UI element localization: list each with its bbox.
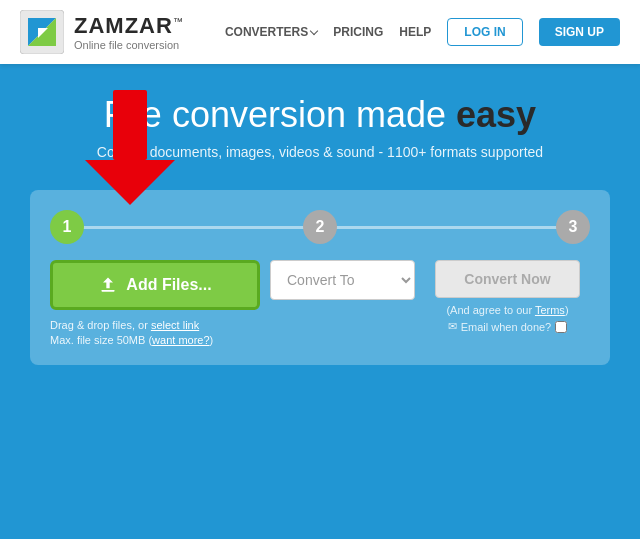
content-row: Add Files... Drag & drop files, or selec… [50,260,590,349]
converters-chevron-icon [310,27,318,35]
svg-rect-4 [113,90,147,160]
svg-rect-6 [102,290,115,292]
step-2-circle: 2 [303,210,337,244]
converter-box: 1 2 3 Add Files... [30,190,610,365]
agree-text: (And agree to our Terms) [446,304,568,316]
red-arrow-svg [85,90,175,205]
convert-now-button[interactable]: Convert Now [435,260,580,298]
email-when-done-label: Email when done? [461,321,552,333]
svg-marker-5 [85,160,175,205]
email-row: ✉ Email when done? [448,320,568,333]
upload-icon [98,275,118,295]
want-more-link[interactable]: want more? [152,334,209,346]
email-checkbox[interactable] [555,321,567,333]
step-3-circle: 3 [556,210,590,244]
add-files-button[interactable]: Add Files... [50,260,260,310]
step3-area: Convert Now (And agree to our Terms) ✉ E… [425,260,590,333]
select-link[interactable]: select link [151,319,199,331]
nav-pricing[interactable]: PRICING [333,25,383,39]
step-1-circle: 1 [50,210,84,244]
terms-link[interactable]: Terms [535,304,565,316]
zamzar-logo-icon [20,10,64,54]
navbar-left: ZAMZAR™ Online file conversion [20,10,184,54]
navbar-right: CONVERTERS PRICING HELP LOG IN SIGN UP [225,18,620,46]
logo-brand: ZAMZAR™ [74,13,184,39]
signup-button[interactable]: SIGN UP [539,18,620,46]
step1-area: Add Files... Drag & drop files, or selec… [50,260,260,349]
logo-text: ZAMZAR™ Online file conversion [74,13,184,51]
navbar: ZAMZAR™ Online file conversion CONVERTER… [0,0,640,64]
red-arrow [85,90,175,209]
converter-section: 1 2 3 Add Files... [30,190,610,365]
nav-help[interactable]: HELP [399,25,431,39]
drag-drop-text: Drag & drop files, or select link Max. f… [50,318,260,349]
step-line-2 [335,226,558,229]
nav-converters[interactable]: CONVERTERS [225,25,317,39]
step2-area: Convert To [260,260,425,300]
login-button[interactable]: LOG IN [447,18,522,46]
steps-row: 1 2 3 [50,210,590,244]
logo-tagline: Online file conversion [74,39,184,51]
convert-to-select[interactable]: Convert To [270,260,415,300]
step-line-1 [82,226,305,229]
email-icon: ✉ [448,320,457,333]
